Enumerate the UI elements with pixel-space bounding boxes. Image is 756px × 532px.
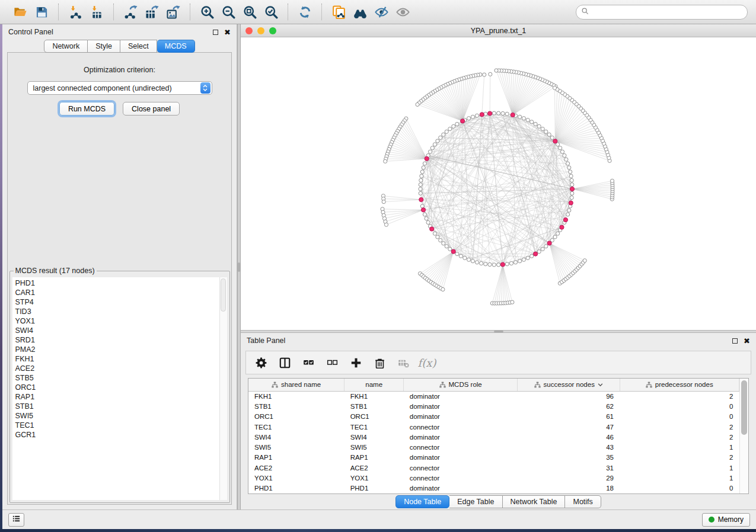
result-node-label[interactable]: TEC1 — [15, 421, 219, 430]
network-graph[interactable] — [241, 37, 755, 330]
table-scrollbar[interactable] — [739, 379, 748, 493]
memory-button[interactable]: Memory — [702, 513, 750, 527]
node-table[interactable]: shared namenameMCDS rolesuccessor nodesp… — [248, 379, 739, 493]
table-row[interactable]: STB1STB1dominator620 — [248, 401, 739, 411]
column-header[interactable]: name — [344, 379, 404, 391]
result-node-label[interactable]: ORC1 — [15, 383, 219, 392]
control-panel: Control Panel ✖ NetworkStyleSelectMCDS O… — [2, 24, 237, 509]
search-input[interactable] — [592, 8, 742, 16]
search-box — [576, 5, 748, 20]
tab-network-table[interactable]: Network Table — [503, 495, 566, 508]
result-node-label[interactable]: STP4 — [15, 297, 219, 307]
result-node-label[interactable]: PMA2 — [15, 345, 219, 354]
panel-list-button[interactable] — [8, 513, 24, 527]
result-node-label[interactable]: SWI4 — [15, 326, 219, 335]
list-icon — [12, 514, 21, 525]
column-header[interactable]: predecessor nodes — [620, 379, 739, 391]
add-column-icon[interactable] — [348, 355, 363, 370]
mcds-result-box: MCDS result (17 nodes) PHD1CAR1STP4TID3Y… — [9, 267, 230, 503]
result-node-label[interactable]: FKH1 — [15, 354, 219, 364]
hide-selected-icon[interactable] — [372, 2, 391, 21]
splitter-handle[interactable] — [494, 331, 503, 332]
tab-motifs[interactable]: Motifs — [565, 495, 601, 508]
import-table-icon[interactable] — [87, 2, 106, 21]
result-node-label[interactable]: TID3 — [15, 307, 219, 316]
zoom-in-icon[interactable] — [197, 2, 216, 21]
memory-status-dot — [709, 517, 714, 523]
tab-edge-table[interactable]: Edge Table — [449, 495, 502, 508]
table-row[interactable]: ACE2ACE2connector311 — [248, 463, 739, 473]
result-node-label[interactable]: PHD1 — [15, 278, 219, 288]
float-panel-icon[interactable] — [732, 338, 738, 344]
table-row[interactable]: YOX1YOX1connector291 — [248, 473, 739, 483]
deselect-all-icon[interactable] — [324, 355, 340, 370]
result-node-label[interactable]: SWI5 — [15, 411, 219, 421]
network-window-titlebar: YPA_prune.txt_1 — [241, 24, 756, 37]
control-panel-header: Control Panel ✖ — [2, 24, 237, 40]
chevron-up-down-icon — [200, 82, 210, 94]
table-row[interactable]: ORC1ORC1dominator610 — [248, 412, 739, 422]
tab-network[interactable]: Network — [44, 40, 88, 53]
tab-select[interactable]: Select — [120, 40, 157, 53]
table-row[interactable]: SWI4SWI4dominator462 — [248, 432, 739, 442]
table-row[interactable]: SWI5SWI5connector431 — [248, 442, 739, 452]
mcds-tab-content: Optimization criterion: largest connecte… — [7, 52, 232, 505]
export-network-icon[interactable] — [121, 2, 140, 21]
mcds-result-list[interactable]: PHD1CAR1STP4TID3YOX1SWI4SRD1PMA2FKH1ACE2… — [12, 277, 219, 500]
zoom-selected-icon[interactable] — [261, 2, 280, 21]
float-panel-icon[interactable] — [213, 30, 218, 35]
table-row[interactable]: RAP1RAP1dominator352 — [248, 453, 739, 463]
run-mcds-button[interactable]: Run MCDS — [59, 102, 114, 116]
zoom-out-icon[interactable] — [219, 2, 238, 21]
status-bar: Memory — [2, 509, 756, 529]
zoom-fit-icon[interactable] — [240, 2, 259, 21]
tab-mcds[interactable]: MCDS — [157, 40, 195, 53]
main-toolbar — [0, 0, 756, 24]
function-icon: f(x) — [419, 355, 435, 370]
splitter-handle[interactable] — [238, 262, 240, 272]
table-row[interactable]: FKH1FKH1dominator962 — [248, 391, 739, 401]
column-header[interactable]: successor nodes — [518, 379, 620, 391]
open-file-icon[interactable] — [11, 2, 30, 21]
result-node-label[interactable]: CAR1 — [15, 288, 219, 297]
import-network-icon[interactable] — [66, 2, 85, 21]
optimization-label: Optimization criterion: — [84, 66, 155, 74]
network-title: YPA_prune.txt_1 — [241, 27, 756, 35]
table-row[interactable]: TEC1TEC1connector472 — [248, 422, 739, 432]
export-table-icon[interactable] — [142, 2, 161, 21]
optimization-selected-value: largest connected component (undirected) — [28, 84, 200, 92]
export-image-icon[interactable] — [164, 2, 183, 21]
close-panel-icon[interactable]: ✖ — [224, 28, 231, 36]
refresh-layout-icon[interactable] — [295, 2, 314, 21]
result-node-label[interactable]: STB5 — [15, 373, 219, 383]
delete-table-icon — [395, 355, 411, 370]
result-node-label[interactable]: RAP1 — [15, 392, 219, 402]
table-row[interactable]: PHD1PHD1dominator180 — [248, 483, 739, 493]
result-node-label[interactable]: STB1 — [15, 402, 219, 411]
node-table-container: shared namenameMCDS rolesuccessor nodesp… — [248, 378, 749, 494]
clone-network-icon[interactable] — [329, 2, 348, 21]
column-header[interactable]: shared name — [248, 379, 344, 391]
save-session-icon[interactable] — [32, 2, 51, 21]
table-panel-header: Table Panel ✖ — [241, 333, 756, 348]
table-toolbar: f(x) — [245, 351, 751, 374]
search-binoculars-icon[interactable] — [350, 2, 369, 21]
close-panel-button[interactable]: Close panel — [123, 102, 180, 116]
result-node-label[interactable]: SRD1 — [15, 335, 219, 345]
column-header[interactable]: MCDS role — [404, 379, 518, 391]
scrollbar-thumb[interactable] — [741, 380, 747, 435]
column-layout-icon[interactable] — [277, 355, 292, 370]
network-canvas[interactable] — [241, 37, 756, 330]
select-all-icon[interactable] — [301, 355, 316, 370]
desktop-strip: Control Panel ✖ NetworkStyleSelectMCDS O… — [0, 24, 756, 529]
tab-style[interactable]: Style — [88, 40, 120, 53]
result-node-label[interactable]: YOX1 — [15, 316, 219, 326]
close-panel-icon[interactable]: ✖ — [744, 337, 750, 345]
result-node-label[interactable]: ACE2 — [15, 364, 219, 373]
result-node-label[interactable]: GCR1 — [15, 430, 219, 440]
result-list-scrollbar[interactable] — [219, 277, 227, 500]
delete-column-icon[interactable] — [372, 355, 387, 370]
settings-icon[interactable] — [253, 355, 269, 370]
optimization-select[interactable]: largest connected component (undirected) — [27, 81, 212, 95]
tab-node-table[interactable]: Node Table — [395, 495, 449, 508]
